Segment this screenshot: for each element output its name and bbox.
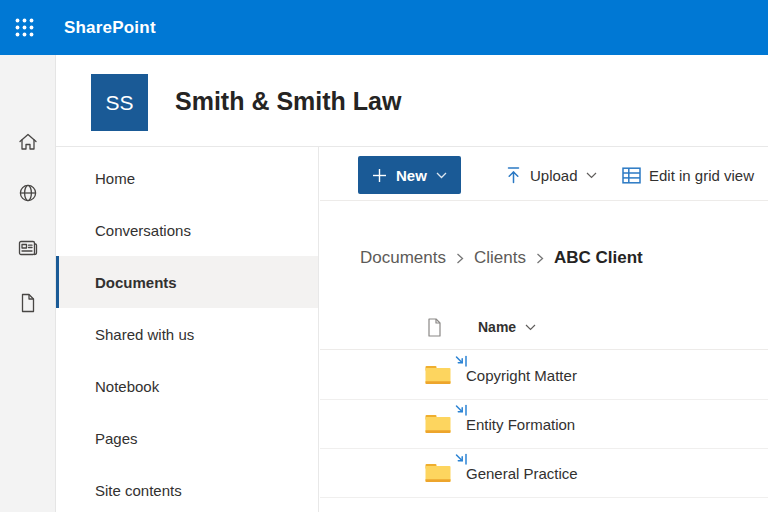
app-top-bar: SharePoint bbox=[0, 0, 768, 55]
grid-table-icon bbox=[622, 167, 641, 184]
upload-arrow-icon bbox=[505, 166, 522, 184]
app-title[interactable]: SharePoint bbox=[64, 18, 156, 38]
left-app-rail bbox=[0, 55, 56, 512]
table-row[interactable]: General Practice bbox=[320, 449, 768, 498]
edit-in-grid-view-label: Edit in grid view bbox=[649, 167, 754, 184]
folder-icon bbox=[425, 414, 451, 434]
nav-item-conversations[interactable]: Conversations bbox=[56, 204, 318, 256]
home-icon[interactable] bbox=[18, 132, 38, 152]
chevron-down-icon bbox=[586, 172, 597, 179]
breadcrumb-abc-client: ABC Client bbox=[554, 248, 643, 268]
chevron-right-icon bbox=[456, 253, 464, 264]
folder-icon bbox=[425, 463, 451, 483]
upload-button[interactable]: Upload bbox=[505, 156, 597, 194]
new-button[interactable]: New bbox=[358, 156, 461, 194]
waffle-icon bbox=[14, 17, 35, 38]
nav-item-home[interactable]: Home bbox=[56, 152, 318, 204]
site-title[interactable]: Smith & Smith Law bbox=[175, 87, 401, 116]
command-bar: New Upload Edit in grid view bbox=[320, 147, 768, 201]
document-library: New Upload Edit in grid view bbox=[320, 147, 768, 512]
folder-name[interactable]: Copyright Matter bbox=[466, 351, 577, 400]
news-icon[interactable] bbox=[18, 238, 38, 258]
table-row[interactable]: Entity Formation bbox=[320, 400, 768, 449]
nav-item-site-contents[interactable]: Site contents bbox=[56, 464, 318, 512]
breadcrumb: Documents Clients ABC Client bbox=[360, 248, 643, 268]
page-icon[interactable] bbox=[18, 293, 38, 313]
folder-list: Copyright Matter Entity Formation bbox=[320, 351, 768, 498]
nav-item-notebook[interactable]: Notebook bbox=[56, 360, 318, 412]
site-left-nav: Home Conversations Documents Shared with… bbox=[56, 147, 319, 512]
name-column-header[interactable]: Name bbox=[478, 319, 536, 335]
chevron-down-icon bbox=[525, 324, 536, 331]
nav-item-pages[interactable]: Pages bbox=[56, 412, 318, 464]
chevron-right-icon bbox=[536, 253, 544, 264]
table-row[interactable]: Copyright Matter bbox=[320, 351, 768, 400]
upload-button-label: Upload bbox=[530, 167, 578, 184]
folder-icon bbox=[425, 365, 451, 385]
nav-item-documents[interactable]: Documents bbox=[56, 256, 318, 308]
file-type-column-icon[interactable] bbox=[427, 318, 442, 337]
nav-item-shared-with-us[interactable]: Shared with us bbox=[56, 308, 318, 360]
breadcrumb-clients[interactable]: Clients bbox=[474, 248, 526, 268]
folder-name[interactable]: General Practice bbox=[466, 449, 578, 498]
edit-in-grid-view-button[interactable]: Edit in grid view bbox=[622, 156, 754, 194]
list-header-row: Name bbox=[320, 307, 768, 350]
plus-icon bbox=[372, 168, 387, 183]
folder-name[interactable]: Entity Formation bbox=[466, 400, 575, 449]
site-logo[interactable]: SS bbox=[91, 74, 148, 131]
breadcrumb-documents[interactable]: Documents bbox=[360, 248, 446, 268]
new-button-label: New bbox=[396, 167, 427, 184]
app-launcher-waffle-icon[interactable] bbox=[0, 0, 48, 55]
globe-icon[interactable] bbox=[18, 183, 38, 203]
name-column-label: Name bbox=[478, 319, 516, 335]
chevron-down-icon bbox=[436, 172, 447, 179]
